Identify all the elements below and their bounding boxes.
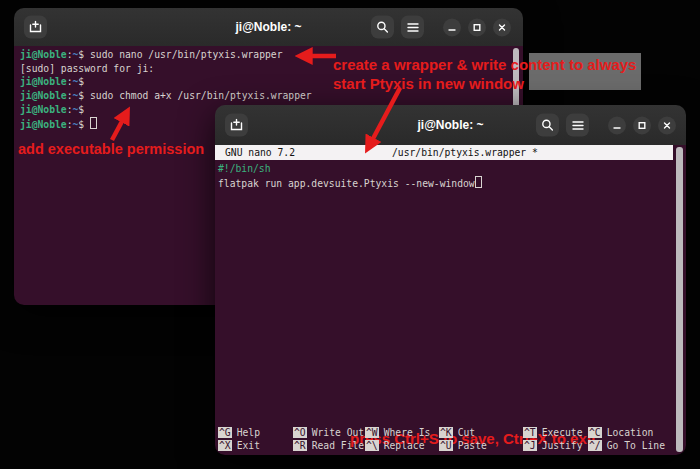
shortcut-write-out: ^OWrite Out	[293, 426, 365, 440]
search-button[interactable]	[371, 16, 394, 39]
new-tab-icon	[229, 119, 244, 132]
new-tab-button[interactable]	[24, 16, 47, 39]
menu-button[interactable]	[401, 16, 424, 39]
foreground-terminal-window: ji@Noble: ~	[215, 105, 686, 455]
nano-buffer[interactable]: #!/bin/sh flatpak run app.devsuite.Ptyxi…	[218, 162, 482, 190]
minimize-icon	[612, 120, 622, 130]
minimize-icon	[447, 22, 457, 32]
new-tab-button[interactable]	[225, 114, 248, 137]
search-button[interactable]	[536, 114, 559, 137]
background-headerbar[interactable]: ji@Noble: ~	[14, 8, 523, 46]
shortcut-replace: ^\Replace	[365, 439, 439, 453]
new-tab-icon	[28, 21, 43, 34]
nano-shortcut-bar: ^GHelp ^OWrite Out ^WWhere Is ^KCut ^TEx…	[218, 426, 674, 453]
close-button[interactable]	[658, 116, 676, 134]
shortcut-justify: ^JJustify	[523, 439, 588, 453]
minimize-button[interactable]	[608, 116, 626, 134]
buffer-line-shebang: #!/bin/sh	[218, 162, 482, 176]
shortcut-go-to-line: ^/Go To Line	[588, 439, 674, 453]
terminal-cursor	[90, 117, 97, 129]
minimize-button[interactable]	[443, 18, 461, 36]
buffer-line-command: flatpak run app.devsuite.Ptyxis --new-wi…	[218, 176, 482, 191]
close-icon	[662, 120, 672, 130]
menu-button[interactable]	[566, 114, 589, 137]
menu-icon	[407, 22, 419, 32]
annotation-create-wrapper: create a wrapper & write content to alwa…	[333, 55, 636, 93]
nano-titlebar: GNU nano 7.2 /usr/bin/ptyxis.wrapper *	[215, 145, 673, 160]
shortcut-help: ^GHelp	[218, 426, 293, 440]
foreground-headerbar[interactable]: ji@Noble: ~	[215, 105, 686, 145]
close-button[interactable]	[493, 18, 511, 36]
nano-cursor	[475, 176, 482, 188]
maximize-icon	[637, 120, 647, 130]
shortcut-paste: ^UPaste	[439, 439, 523, 453]
annotation-line: create a wrapper & write content to alwa…	[333, 55, 636, 74]
shortcut-read-file: ^RRead File	[293, 439, 365, 453]
shortcut-exit: ^XExit	[218, 439, 293, 453]
search-icon	[376, 21, 389, 34]
shortcut-where-is: ^WWhere Is	[365, 426, 439, 440]
shortcut-location: ^CLocation	[588, 426, 674, 440]
annotation-executable-permission: add executable permission	[18, 140, 204, 159]
nano-version-label: GNU nano 7.2	[225, 145, 295, 160]
nano-editor-viewport[interactable]: GNU nano 7.2 /usr/bin/ptyxis.wrapper * #…	[215, 145, 686, 455]
menu-icon	[572, 120, 584, 130]
shortcut-execute: ^TExecute	[523, 426, 588, 440]
maximize-icon	[472, 22, 482, 32]
screenshot-stage: ji@Noble: ~	[0, 0, 700, 469]
nano-scrollbar[interactable]	[676, 147, 683, 452]
close-icon	[497, 22, 507, 32]
maximize-button[interactable]	[468, 18, 486, 36]
nano-filename-label: /usr/bin/ptyxis.wrapper *	[392, 145, 538, 160]
shortcut-cut: ^KCut	[439, 426, 523, 440]
maximize-button[interactable]	[633, 116, 651, 134]
annotation-line: start Ptyxis in new window	[333, 74, 636, 93]
search-icon	[541, 119, 554, 132]
